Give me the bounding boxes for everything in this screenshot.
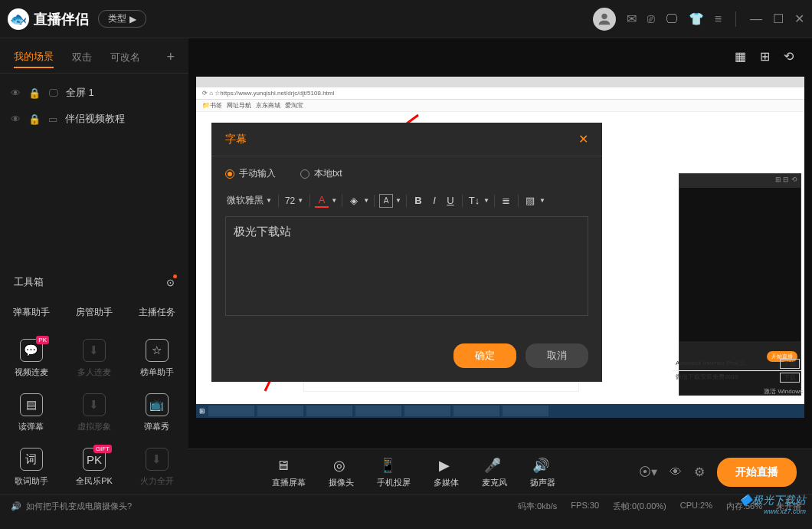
tshirt-icon[interactable]: 👕 [689, 12, 704, 26]
scene-item[interactable]: 👁 🔒 ▭ 伴侣视频教程 [0, 106, 188, 132]
tool-label: 歌词助手 [0, 475, 63, 487]
tool-video-link[interactable]: PK 💬 视频连麦 [0, 331, 63, 386]
source-phone[interactable]: 📱手机投屏 [377, 455, 411, 488]
status-drop: 丢帧:0(0.00%) [613, 501, 666, 512]
mail-icon[interactable]: ✉ [627, 12, 637, 26]
eye-icon[interactable]: 👁 [11, 87, 21, 99]
tab-rename[interactable]: 可改名 [110, 51, 140, 64]
radio-txt[interactable]: 本地txt [300, 167, 342, 180]
underline-button[interactable]: U [444, 194, 457, 208]
monitor-icon[interactable]: 🖵 [666, 12, 678, 26]
monitor-icon: 🖵 [48, 87, 58, 99]
status-cpu: CPU:2% [680, 501, 712, 512]
source-media[interactable]: ▶多媒体 [434, 455, 459, 488]
chevron-down-icon[interactable]: ▼ [539, 197, 545, 204]
tool-pk[interactable]: GIFT PK 全民乐PK [63, 440, 126, 495]
maximize-icon[interactable]: ☐ [773, 12, 784, 26]
subtitle-textarea[interactable] [225, 216, 588, 316]
start-stream-button[interactable]: 开始直播 [717, 458, 797, 487]
chevron-down-icon[interactable]: ▼ [483, 197, 489, 204]
subtitle-dialog: 字幕 ✕ 手动输入 本地txt 微 [211, 123, 602, 382]
diamond-button[interactable]: ◈ [347, 194, 361, 208]
box-a-button[interactable]: A [379, 194, 393, 208]
read-icon: ▤ [20, 393, 43, 416]
titlebar: 🐟 直播伴侣 类型 ▶ ✉ ⎚ 🖵 👕 ≡ — ☐ ✕ [0, 0, 812, 38]
dl-item: Autodesk Inventor Pro(三... [676, 359, 750, 369]
download-icon: ⬇ [83, 393, 106, 416]
tv-icon: 📺 [146, 393, 169, 416]
video-icon: ▭ [48, 113, 57, 125]
ok-button[interactable]: 确定 [453, 343, 516, 368]
tool-read-danmu[interactable]: ▤ 读弹幕 [0, 386, 63, 440]
grid-icon[interactable]: ▦ [735, 49, 746, 64]
tool-rank-helper[interactable]: ☆ 榜单助手 [126, 331, 188, 386]
camera-icon: ◎ [329, 455, 350, 475]
avatar[interactable] [593, 8, 616, 31]
tool-fire[interactable]: ⬇ 火力全开 [126, 440, 188, 495]
tool-label: 视频连麦 [0, 366, 63, 378]
close-icon[interactable]: ✕ [794, 12, 804, 26]
source-label: 多媒体 [434, 477, 459, 488]
font-name: 微软雅黑 [227, 194, 264, 207]
dialog-close-button[interactable]: ✕ [578, 132, 588, 146]
cancel-button[interactable]: 取消 [526, 343, 588, 368]
tool-virtual[interactable]: ⬇ 虚拟形象 [63, 386, 126, 440]
chevron-down-icon[interactable]: ▼ [331, 197, 337, 204]
status-tip[interactable]: 如何把手机变成电脑摄像头? [26, 501, 132, 512]
sidebar: 我的场景 双击 可改名 + 👁 🔒 🖵 全屏 1 👁 🔒 ▭ 伴侣视频教程 工具… [0, 38, 188, 495]
italic-button[interactable]: I [427, 194, 441, 208]
source-camera[interactable]: ◎摄像头 [329, 455, 354, 488]
activate-text: 激活 Windows [673, 387, 803, 396]
tab-dblclick[interactable]: 双击 [72, 51, 92, 64]
svg-point-0 [601, 13, 607, 18]
source-speaker[interactable]: 🔊扬声器 [530, 455, 555, 488]
share-icon[interactable]: ⟲ [784, 49, 794, 64]
type-dropdown[interactable]: 类型 ▶ [98, 10, 146, 28]
logo-text: 直播伴侣 [34, 10, 89, 28]
lyrics-icon: 词 [20, 448, 43, 471]
scene-label: 全屏 1 [66, 86, 94, 100]
source-screen[interactable]: 🖥直播屏幕 [272, 455, 306, 488]
tab-scenes[interactable]: 我的场景 [14, 50, 54, 68]
more-icon[interactable]: ⊙ [166, 277, 175, 288]
eye-icon[interactable]: 👁 [670, 465, 682, 479]
lock-icon[interactable]: 🔒 [28, 113, 41, 125]
font-select[interactable]: 微软雅黑▼ [225, 192, 273, 209]
size-select[interactable]: 72▼ [283, 194, 305, 208]
color-button[interactable]: A [315, 194, 329, 208]
mic-icon: 🎤 [482, 455, 503, 475]
star-icon: ☆ [146, 339, 169, 362]
radio-manual[interactable]: 手动输入 [225, 167, 276, 180]
text-direction-button[interactable]: T↓ [467, 194, 481, 208]
screen-icon[interactable]: ⎚ [647, 12, 655, 26]
speaker-icon[interactable]: 🔊 [11, 501, 21, 511]
danmu-helper[interactable]: 弹幕助手 [0, 306, 63, 319]
align-button[interactable]: ≣ [499, 194, 513, 208]
chevron-down-icon[interactable]: ▼ [363, 197, 369, 204]
record-icon[interactable]: ⦿▾ [639, 465, 657, 479]
tool-lyrics[interactable]: 词 歌词助手 [0, 440, 63, 495]
play-icon: ▶ [129, 14, 136, 25]
scene-item[interactable]: 👁 🔒 🖵 全屏 1 [0, 80, 188, 106]
box-button[interactable]: ▨ [523, 194, 537, 208]
tool-label: 读弹幕 [0, 421, 63, 432]
radio-dot-icon [300, 169, 309, 179]
fangguan-helper[interactable]: 房管助手 [63, 306, 126, 319]
canvas: ▦ ⊞ ⟲ ⟳ ⌂ ☆ https://www.yunqishi.net/drj… [188, 38, 812, 495]
zhubo-task[interactable]: 主播任务 [126, 306, 188, 319]
gear-icon[interactable]: ⚙ [694, 465, 705, 479]
bold-button[interactable]: B [411, 194, 425, 208]
minimize-icon[interactable]: — [750, 12, 762, 26]
lock-icon[interactable]: 🔒 [28, 87, 41, 99]
tool-multi-link[interactable]: ⬇ 多人连麦 [63, 331, 126, 386]
tool-danmu-show[interactable]: 📺 弹幕秀 [126, 386, 188, 440]
add-scene-button[interactable]: + [166, 49, 175, 65]
chevron-down-icon[interactable]: ▼ [395, 197, 401, 204]
preview-area[interactable]: ⟳ ⌂ ☆ https://www.yunqishi.net/drjc/djt/… [196, 77, 804, 418]
layout-icon[interactable]: ⊞ [760, 49, 770, 64]
dl-btn: 下载 [780, 373, 800, 383]
source-mic[interactable]: 🎤麦克风 [482, 455, 507, 488]
eye-icon[interactable]: 👁 [11, 113, 21, 125]
tool-label: 多人连麦 [63, 366, 126, 378]
menu-icon[interactable]: ≡ [715, 12, 722, 26]
